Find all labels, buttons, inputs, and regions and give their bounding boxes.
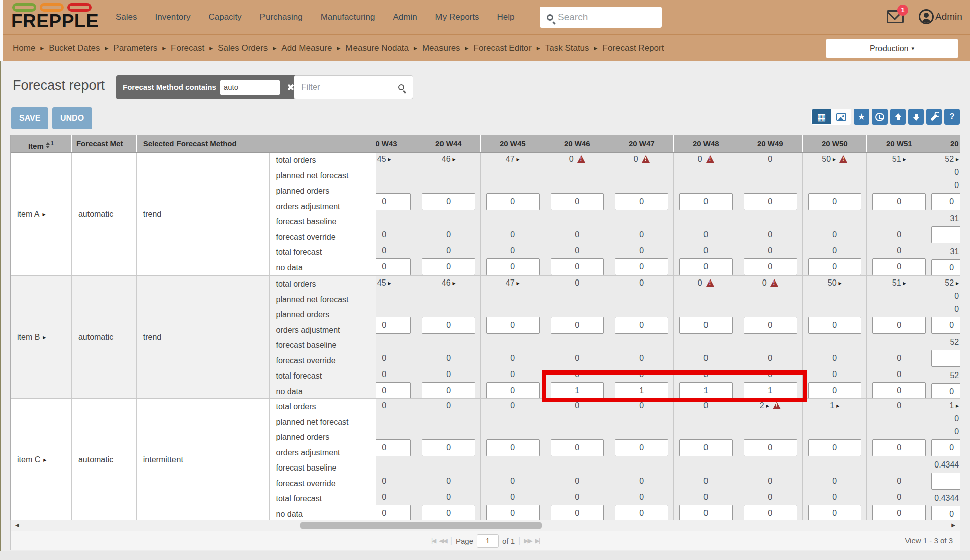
- breadcrumb-item-task-status[interactable]: Task Status: [545, 43, 589, 53]
- input-no-data[interactable]: [422, 505, 475, 521]
- nav-item-inventory[interactable]: Inventory: [146, 12, 200, 22]
- input-orders-adjustment[interactable]: [486, 193, 540, 210]
- input-no-data[interactable]: [615, 258, 668, 275]
- input-orders-adjustment[interactable]: [872, 317, 926, 334]
- prev-page-button[interactable]: ◀◀: [439, 537, 446, 544]
- input-orders-adjustment[interactable]: [679, 193, 733, 210]
- input-orders-adjustment[interactable]: [615, 317, 668, 334]
- input-no-data[interactable]: [679, 258, 733, 275]
- breadcrumb-item-measure-nodata[interactable]: Measure Nodata: [345, 43, 409, 53]
- cell-item-B-total-orders[interactable]: 51▶: [867, 276, 931, 290]
- input-orders-adjustment[interactable]: [551, 193, 604, 210]
- input-orders-adjustment[interactable]: [422, 317, 475, 334]
- breadcrumb-item-sales-orders[interactable]: Sales Orders: [218, 43, 268, 53]
- scroll-right-icon[interactable]: ▶: [951, 520, 955, 530]
- cell-item-A-total-orders[interactable]: 50▶: [803, 153, 866, 166]
- nav-item-my-reports[interactable]: My Reports: [426, 12, 488, 22]
- input-orders-adjustment[interactable]: [872, 193, 926, 210]
- nav-item-purchasing[interactable]: Purchasing: [251, 12, 312, 22]
- cell-item-B-total-orders[interactable]: 47▶: [481, 276, 545, 290]
- download-button[interactable]: [908, 109, 924, 125]
- cell-item-C-total-orders[interactable]: 2▶: [738, 399, 802, 412]
- input-orders-adjustment[interactable]: [931, 439, 960, 456]
- item-cell[interactable]: item A▶: [11, 153, 72, 275]
- input-no-data[interactable]: [808, 505, 861, 521]
- scenario-selector[interactable]: Production ▾: [826, 39, 958, 58]
- breadcrumb-item-forecast[interactable]: Forecast: [171, 43, 204, 53]
- horizontal-scrollbar[interactable]: ◀ ▶: [10, 520, 960, 531]
- filter-search-button[interactable]: [389, 76, 413, 99]
- global-search-input[interactable]: Search: [540, 7, 662, 28]
- input-no-data[interactable]: [422, 382, 475, 398]
- next-page-button[interactable]: ▶▶: [524, 537, 531, 544]
- input-forecast-override[interactable]: [931, 350, 960, 367]
- input-no-data[interactable]: [376, 505, 411, 521]
- cell-item-A-total-orders[interactable]: 52▶: [931, 153, 960, 166]
- history-button[interactable]: [872, 109, 888, 125]
- input-no-data[interactable]: [872, 505, 926, 521]
- input-orders-adjustment[interactable]: [808, 193, 861, 210]
- breadcrumb-item-forecast-editor[interactable]: Forecast Editor: [474, 43, 532, 53]
- breadcrumb-item-parameters[interactable]: Parameters: [113, 43, 157, 53]
- input-no-data[interactable]: [615, 382, 668, 398]
- remove-filter-icon[interactable]: [287, 84, 294, 91]
- scroll-left-icon[interactable]: ◀: [15, 520, 19, 530]
- input-forecast-override[interactable]: [931, 226, 960, 243]
- cell-item-C-total-orders[interactable]: 1▶: [931, 399, 960, 412]
- input-no-data[interactable]: [744, 258, 797, 275]
- item-cell[interactable]: item C▶: [11, 399, 72, 521]
- input-orders-adjustment[interactable]: [872, 439, 926, 456]
- breadcrumb-item-bucket-dates[interactable]: Bucket Dates: [49, 43, 100, 53]
- input-no-data[interactable]: [486, 505, 540, 521]
- breadcrumb-item-home[interactable]: Home: [13, 43, 35, 53]
- cell-item-B-total-orders[interactable]: 46▶: [416, 276, 480, 290]
- item-cell[interactable]: item B▶: [11, 276, 72, 398]
- breadcrumb-item-measures[interactable]: Measures: [422, 43, 460, 53]
- cell-item-C-total-orders[interactable]: 1▶: [803, 399, 866, 412]
- input-orders-adjustment[interactable]: [615, 439, 668, 456]
- input-orders-adjustment[interactable]: [376, 439, 411, 456]
- filter-chip-value-input[interactable]: auto: [220, 80, 280, 95]
- input-forecast-override[interactable]: [931, 473, 960, 490]
- graph-view-button[interactable]: [831, 109, 851, 124]
- page-number-input[interactable]: [477, 534, 499, 548]
- upload-button[interactable]: [890, 109, 906, 125]
- input-orders-adjustment[interactable]: [744, 193, 797, 210]
- breadcrumb-item-forecast-report[interactable]: Forecast Report: [603, 43, 664, 53]
- customize-button[interactable]: [926, 109, 942, 125]
- input-orders-adjustment[interactable]: [808, 317, 861, 334]
- input-orders-adjustment[interactable]: [744, 317, 797, 334]
- last-page-button[interactable]: ▶|: [535, 537, 539, 544]
- input-orders-adjustment[interactable]: [551, 439, 604, 456]
- input-no-data[interactable]: [872, 382, 926, 398]
- cell-item-B-total-orders[interactable]: 45▶: [376, 276, 416, 290]
- input-no-data[interactable]: [679, 505, 733, 521]
- input-orders-adjustment[interactable]: [679, 439, 733, 456]
- freppe-logo[interactable]: FREPPLE: [11, 3, 99, 31]
- help-button[interactable]: ?: [944, 109, 960, 125]
- scrollbar-thumb[interactable]: [300, 522, 542, 529]
- cell-item-A-total-orders[interactable]: 46▶: [416, 153, 480, 166]
- input-no-data[interactable]: [679, 382, 733, 398]
- input-no-data[interactable]: [486, 258, 540, 275]
- input-orders-adjustment[interactable]: [422, 439, 475, 456]
- input-no-data[interactable]: [872, 258, 926, 275]
- table-view-button[interactable]: ▦: [812, 109, 831, 124]
- input-orders-adjustment[interactable]: [376, 193, 411, 210]
- breadcrumb-item-add-measure[interactable]: Add Measure: [281, 43, 332, 53]
- input-orders-adjustment[interactable]: [679, 317, 733, 334]
- input-orders-adjustment[interactable]: [551, 317, 604, 334]
- input-orders-adjustment[interactable]: [615, 193, 668, 210]
- input-no-data[interactable]: [551, 382, 604, 398]
- input-no-data[interactable]: [422, 258, 475, 275]
- input-no-data[interactable]: [808, 258, 861, 275]
- column-header-item[interactable]: Item1: [11, 135, 72, 152]
- nav-item-capacity[interactable]: Capacity: [199, 12, 250, 22]
- nav-item-help[interactable]: Help: [488, 12, 524, 22]
- cell-item-A-total-orders[interactable]: 45▶: [376, 153, 416, 166]
- input-no-data[interactable]: [376, 258, 411, 275]
- input-no-data[interactable]: [376, 382, 411, 398]
- user-menu[interactable]: Admin: [919, 9, 962, 24]
- input-orders-adjustment[interactable]: [931, 317, 960, 334]
- favorites-button[interactable]: ★: [854, 109, 869, 125]
